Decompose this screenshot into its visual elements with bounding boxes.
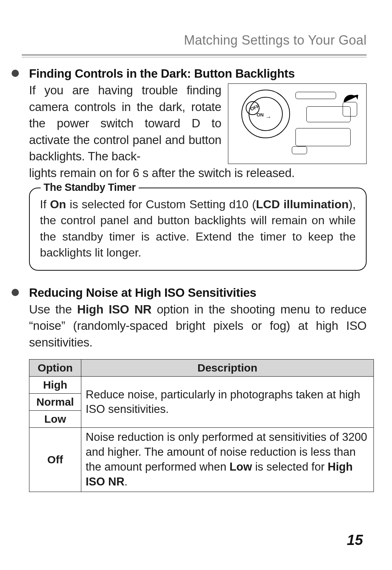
section-body-text: If you are having trouble finding camera… bbox=[29, 82, 221, 165]
section-high-iso-nr: Reducing Noise at High ISO Sensitivities… bbox=[22, 286, 367, 492]
page-number: 15 bbox=[347, 532, 363, 548]
page-header-title: Matching Settings to Your Goal bbox=[22, 33, 367, 48]
option-cell-off: Off bbox=[29, 428, 81, 492]
table-header-option: Option bbox=[29, 360, 81, 377]
table-header-row: Option Description bbox=[29, 360, 374, 377]
option-cell-high: High bbox=[29, 377, 81, 394]
section-title: Finding Controls in the Dark: Button Bac… bbox=[29, 67, 367, 81]
dial-arrow-icon: → bbox=[265, 114, 271, 121]
standby-timer-callout: The Standby Timer If On is selected for … bbox=[29, 188, 367, 271]
section-body-text: Use the High ISO NR option in the shooti… bbox=[29, 301, 367, 351]
rotate-arrow-icon bbox=[342, 92, 359, 109]
option-cell-normal: Normal bbox=[29, 394, 81, 411]
section-body-text-continued: lights remain on for 6 s after the switc… bbox=[29, 165, 367, 181]
table-row: Off Noise reduction is only performed at… bbox=[29, 428, 374, 492]
camera-diagram: OFF ON → bbox=[228, 83, 367, 164]
table-row: High Reduce noise, particularly in photo… bbox=[29, 377, 374, 394]
high-iso-nr-table: Option Description High Reduce noise, pa… bbox=[29, 359, 374, 492]
description-cell-off: Noise reduction is only performed at sen… bbox=[81, 428, 374, 492]
callout-title: The Standby Timer bbox=[41, 181, 139, 193]
description-cell-group: Reduce noise, particularly in photograph… bbox=[81, 377, 374, 428]
manual-page: Matching Settings to Your Goal Finding C… bbox=[0, 0, 392, 570]
section-bullet-icon bbox=[12, 70, 19, 77]
option-cell-low: Low bbox=[29, 411, 81, 428]
header-divider bbox=[22, 54, 367, 57]
callout-body: If On is selected for Custom Setting d10… bbox=[40, 196, 356, 261]
dial-label-on: ON bbox=[257, 112, 264, 118]
section-bullet-icon bbox=[12, 289, 19, 296]
section-title: Reducing Noise at High ISO Sensitivities bbox=[29, 286, 367, 300]
section-backlights: Finding Controls in the Dark: Button Bac… bbox=[22, 67, 367, 271]
table-header-description: Description bbox=[81, 360, 374, 377]
